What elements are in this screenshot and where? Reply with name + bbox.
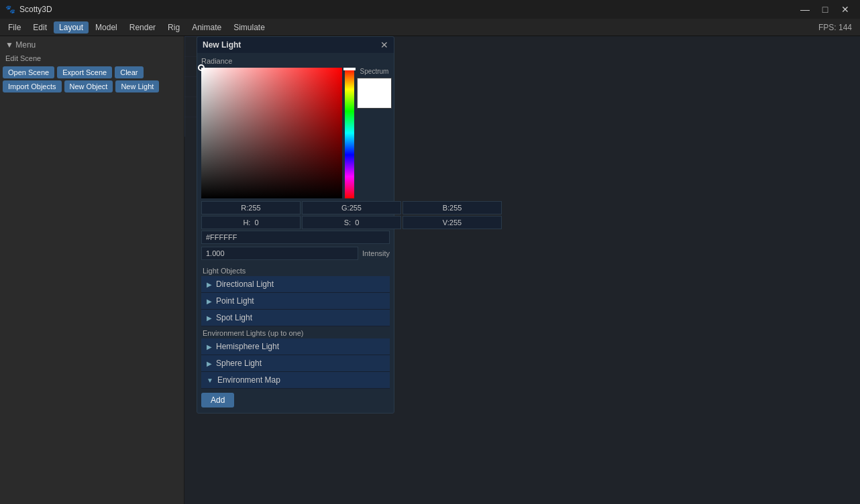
maximize-button[interactable]: □	[816, 3, 835, 16]
sphere-label: Sphere Light	[216, 359, 262, 368]
title-bar-left: 🐾 Scotty3D	[5, 5, 52, 14]
intensity-label: Intensity	[362, 249, 390, 257]
color-gradient[interactable]	[201, 68, 342, 198]
gradient-canvas[interactable]	[201, 68, 342, 198]
menu-simulate[interactable]: Simulate	[228, 21, 270, 34]
directional-label: Directional Light	[216, 279, 274, 289]
edit-scene-label: Edit Scene	[3, 52, 181, 64]
hsv-inputs-row	[201, 216, 390, 229]
spot-arrow-icon: ▶	[207, 314, 212, 322]
spot-label: Spot Light	[216, 313, 252, 322]
spectrum-area: Spectrum	[357, 68, 392, 198]
value-input[interactable]	[402, 216, 502, 229]
new-light-button[interactable]: New Light	[115, 80, 159, 92]
intensity-row: Intensity	[201, 247, 390, 260]
close-button[interactable]: ✕	[836, 3, 855, 16]
envmap-arrow-icon: ▼	[207, 377, 213, 384]
viewport[interactable]: New Light ✕ Radiance	[184, 36, 860, 504]
spectrum-label: Spectrum	[360, 68, 389, 75]
light-item-sphere[interactable]: ▶ Sphere Light	[201, 355, 390, 372]
title-bar-controls: — □ ✕	[796, 3, 855, 16]
saturation-input[interactable]	[302, 216, 401, 229]
env-lights-header: Environment Lights (up to one)	[201, 326, 390, 338]
light-item-spot[interactable]: ▶ Spot Light	[201, 310, 390, 326]
main-area: ▼ Menu Edit Scene Open Scene Export Scen…	[0, 36, 860, 504]
panel-menu-toggle[interactable]: ▼ Menu	[3, 39, 181, 51]
color-picker-area: Spectrum	[201, 68, 390, 198]
menu-file[interactable]: File	[3, 21, 26, 34]
spectrum-preview[interactable]	[357, 78, 392, 109]
hue-input[interactable]	[201, 216, 301, 229]
sphere-arrow-icon: ▶	[207, 360, 212, 367]
dialog-close-button[interactable]: ✕	[380, 40, 388, 50]
blue-input[interactable]	[402, 201, 502, 214]
light-item-point[interactable]: ▶ Point Light	[201, 293, 390, 310]
menu-bar: File Edit Layout Model Render Rig Animat…	[0, 19, 860, 36]
light-item-directional[interactable]: ▶ Directional Light	[201, 276, 390, 293]
directional-arrow-icon: ▶	[207, 281, 212, 288]
btn-row-2: Import Objects New Object New Light	[3, 80, 181, 92]
hue-strip[interactable]	[345, 68, 354, 198]
light-objects-header: Light Objects	[201, 264, 390, 276]
dialog-title: New Light	[203, 40, 241, 50]
title-bar: 🐾 Scotty3D — □ ✕	[0, 0, 860, 19]
app-title: Scotty3D	[19, 5, 52, 14]
btn-row-1: Open Scene Export Scene Clear	[3, 66, 181, 78]
new-object-button[interactable]: New Object	[64, 80, 113, 92]
point-arrow-icon: ▶	[207, 298, 212, 305]
point-label: Point Light	[216, 296, 254, 306]
radiance-label: Radiance	[201, 57, 390, 65]
open-scene-button[interactable]: Open Scene	[3, 66, 54, 78]
rgb-inputs-row	[201, 201, 390, 214]
hue-cursor	[343, 68, 356, 70]
import-objects-button[interactable]: Import Objects	[3, 80, 62, 92]
intensity-input[interactable]	[201, 247, 358, 260]
minimize-button[interactable]: —	[796, 3, 814, 16]
menu-edit[interactable]: Edit	[28, 21, 52, 34]
green-input[interactable]	[302, 201, 401, 214]
dialog-title-bar[interactable]: New Light ✕	[197, 37, 394, 53]
add-button[interactable]: Add	[201, 393, 234, 407]
menu-animate[interactable]: Animate	[186, 21, 227, 34]
menu-render[interactable]: Render	[124, 21, 161, 34]
red-input[interactable]	[201, 201, 301, 214]
menu-rig[interactable]: Rig	[162, 21, 185, 34]
menu-model[interactable]: Model	[90, 21, 123, 34]
export-scene-button[interactable]: Export Scene	[57, 66, 112, 78]
light-item-envmap[interactable]: ▼ Environment Map	[201, 372, 390, 389]
menu-layout[interactable]: Layout	[54, 21, 89, 34]
new-light-dialog: New Light ✕ Radiance	[197, 36, 394, 414]
hemisphere-label: Hemisphere Light	[216, 342, 279, 351]
fps-counter: FPS: 144	[818, 23, 857, 32]
hex-row	[201, 231, 390, 244]
light-item-hemisphere[interactable]: ▶ Hemisphere Light	[201, 338, 390, 355]
clear-button[interactable]: Clear	[115, 66, 143, 78]
hex-input[interactable]	[201, 231, 390, 244]
envmap-label: Environment Map	[217, 375, 280, 385]
dialog-body: Radiance Spectrum	[197, 53, 394, 413]
left-panel: ▼ Menu Edit Scene Open Scene Export Scen…	[0, 36, 184, 504]
hemisphere-arrow-icon: ▶	[207, 343, 212, 351]
app-icon: 🐾	[5, 5, 15, 14]
